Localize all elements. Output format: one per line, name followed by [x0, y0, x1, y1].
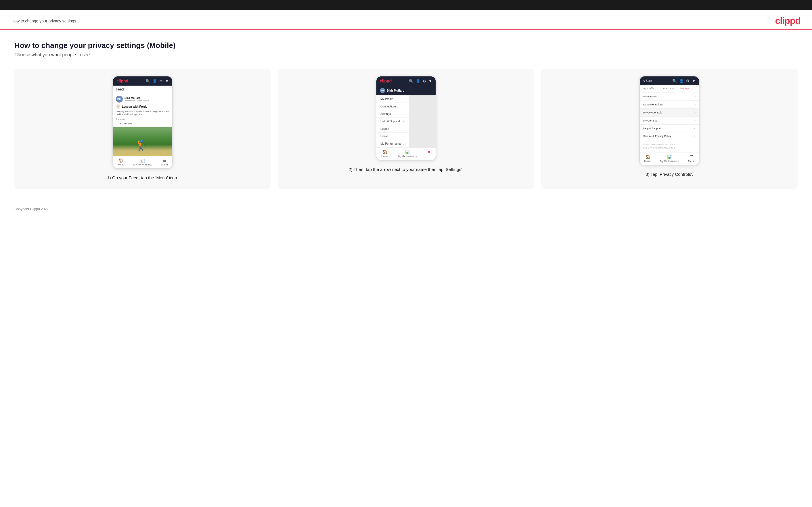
post-user-info: Blair McHarg Yesterday · Sunningdale: [124, 97, 149, 102]
screen2-logo: clippd: [380, 79, 392, 83]
step-3-card: < Back 🔍 👤 ⚙ ▼ My Profile Connections Se…: [541, 69, 798, 189]
step-3-caption: 3) Tap ‘Privacy Controls’.: [646, 171, 693, 178]
page-title: How to change your privacy settings (Mob…: [14, 41, 798, 50]
menu-item-help: Help & Support ↗: [376, 118, 409, 125]
golf-image: 🏌: [113, 127, 172, 156]
screen-right-dim: [409, 95, 436, 148]
screen1-logo: clippd: [116, 79, 128, 83]
post-user-row: BM Blair McHarg Yesterday · Sunningdale: [116, 96, 169, 103]
steps-container: clippd 🔍 👤 ⚙ ▼ Feed BM: [14, 69, 798, 189]
bottom-tab-performance-2: 📊 My Performance: [398, 150, 417, 158]
menu-item-logout: Logout: [376, 125, 409, 133]
screen2-navbar: clippd 🔍 👤 ⚙ ▼: [376, 76, 436, 86]
menu-items: My Profile Connections Settings Help & S…: [376, 95, 409, 148]
screen1-bottom-bar: 🏠 Home 📊 My Performance ☰ Menu: [113, 156, 172, 168]
chevron-down-icon-2: ⌄: [403, 143, 405, 145]
chevron-right-icon: ›: [695, 95, 696, 98]
lesson-header: 🏋 Lesson with Fordy: [116, 104, 169, 109]
screen1-navbar: clippd 🔍 👤 ⚙ ▼: [113, 76, 172, 86]
screen3-icons: 🔍 👤 ⚙ ▼: [672, 79, 696, 83]
feed-tab: Feed: [113, 86, 172, 93]
ext-icon-2: ↗: [694, 127, 696, 130]
settings-item-data-integrations: Data Integrations ›: [640, 101, 699, 109]
settings-item-help: Help & Support ↗: [640, 125, 699, 132]
menu-item-my-profile: My Profile: [376, 95, 409, 103]
menu-user-name: Blair McHarg: [387, 89, 405, 92]
post-username: Blair McHarg: [124, 97, 149, 99]
post-meta: Yesterday · Sunningdale: [124, 99, 149, 102]
tab-settings: Settings: [677, 85, 693, 92]
menu-panel: My Profile Connections Settings Help & S…: [376, 95, 409, 148]
step-1-caption: 1) On your Feed, tap the ‘Menu’ icon.: [107, 175, 178, 181]
screen2-body: My Profile Connections Settings Help & S…: [376, 95, 436, 148]
screen1-icons: 🔍 👤 ⚙ ▼: [146, 79, 169, 83]
menu-item-settings: Settings: [376, 110, 409, 118]
ext-icon-3: ↗: [694, 135, 696, 137]
bottom-tab-performance-3: 📊 My Performance: [660, 155, 679, 163]
bottom-tab-performance: 📊 My Performance: [134, 158, 152, 166]
golfer-silhouette: 🏌: [135, 139, 148, 152]
lesson-title: Lesson with Fordy: [122, 105, 147, 108]
person-icon-3: 👤: [679, 79, 684, 83]
step-2-card: clippd 🔍 👤 ⚙ ▼ BM Blair McHarg ⌃: [278, 69, 534, 189]
screen2-bottom-bar: 🏠 Home 📊 My Performance ✕: [376, 148, 436, 160]
settings-item-service-privacy: Service & Privacy Policy ↗: [640, 132, 699, 140]
settings-list: My Account › Data Integrations › Privacy…: [640, 93, 699, 140]
logo: clippd: [775, 15, 801, 26]
header: How to change your privacy settings clip…: [0, 10, 812, 30]
bottom-tab-home-2: 🏠 Home: [381, 150, 388, 158]
content: How to change your privacy settings (Mob…: [0, 30, 812, 201]
settings-icon-2: ⚙: [423, 79, 426, 83]
avatar: BM: [116, 96, 123, 103]
settings-tabs: My Profile Connections Settings: [640, 85, 699, 93]
bottom-tab-menu: ☰ Menu: [161, 158, 168, 166]
lesson-icon: 🏋: [116, 104, 120, 109]
version-info: Clippd Client Version: 2022.8.3-3 SQL Se…: [640, 140, 699, 153]
settings-icon-3: ⚙: [686, 79, 690, 83]
menu-chevron-icon: ⌃: [430, 89, 432, 92]
duration-label: Duration: [116, 118, 169, 120]
bottom-tab-home-3: 🏠 Home: [644, 155, 651, 163]
more-icon-2: ▼: [428, 79, 432, 83]
step-1-phone: clippd 🔍 👤 ⚙ ▼ Feed BM: [112, 76, 173, 169]
back-button: < Back: [643, 79, 652, 82]
bottom-tab-menu-3: ☰ Menu: [688, 155, 695, 163]
more-icon: ▼: [165, 79, 169, 83]
tab-connections: Connections: [657, 85, 677, 92]
chevron-down-icon: ⌄: [403, 135, 405, 137]
search-icon-3: 🔍: [672, 79, 677, 83]
dim-feed-content: [409, 95, 436, 100]
tab-my-profile: My Profile: [640, 85, 657, 92]
menu-user-left: BM Blair McHarg: [380, 88, 405, 93]
settings-item-privacy-controls: Privacy Controls ›: [640, 109, 699, 117]
menu-section-performance: My Performance ⌄: [376, 140, 409, 148]
bottom-tab-home: 🏠 Home: [117, 158, 124, 166]
step-1-card: clippd 🔍 👤 ⚙ ▼ Feed BM: [14, 69, 271, 189]
settings-item-my-account: My Account ›: [640, 93, 699, 101]
settings-icon: ⚙: [159, 79, 163, 83]
menu-avatar: BM: [380, 88, 385, 93]
step-2-caption: 2) Then, tap the arrow next to your name…: [349, 166, 463, 173]
chevron-right-icon-4: ›: [695, 119, 696, 122]
page-subtitle: Choose what you want people to see: [14, 52, 798, 57]
settings-item-golf-bag: My Golf Bag ›: [640, 117, 699, 125]
ext-icon: ↗: [403, 120, 405, 123]
menu-section-home: Home ⌄: [376, 133, 409, 140]
step-2-phone: clippd 🔍 👤 ⚙ ▼ BM Blair McHarg ⌃: [376, 76, 436, 161]
close-icon: ✕: [427, 150, 431, 154]
screen2-icons: 🔍 👤 ⚙ ▼: [409, 79, 432, 83]
top-bar: [0, 0, 812, 10]
lesson-desc: Looking to feel like my hands are exitin…: [116, 110, 169, 116]
menu-user-row: BM Blair McHarg ⌃: [376, 86, 436, 95]
settings-back-bar: < Back 🔍 👤 ⚙ ▼: [640, 76, 699, 85]
copyright-text: Copyright Clippd 2022: [14, 207, 49, 211]
header-title: How to change your privacy settings: [11, 19, 76, 23]
footer: Copyright Clippd 2022: [0, 201, 812, 220]
feed-post: BM Blair McHarg Yesterday · Sunningdale …: [113, 93, 172, 127]
person-icon-2: 👤: [416, 79, 420, 83]
person-icon: 👤: [152, 79, 157, 83]
chevron-right-icon-2: ›: [695, 103, 696, 106]
screen3-bottom-bar: 🏠 Home 📊 My Performance ☰ Menu: [640, 153, 699, 165]
search-icon: 🔍: [146, 79, 150, 83]
menu-item-connections: Connections: [376, 103, 409, 110]
